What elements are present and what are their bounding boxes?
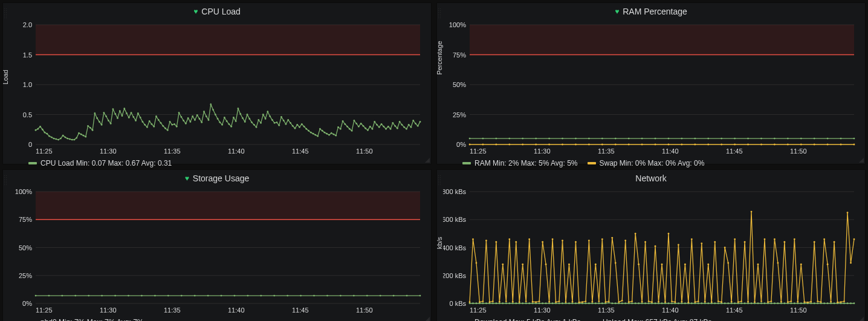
plot-network[interactable]: kb/s 0 kBs200 kBs400 kBs600 kBs800 kBs11… <box>443 188 859 314</box>
svg-point-64 <box>140 117 141 118</box>
svg-point-57 <box>123 108 125 109</box>
svg-point-384 <box>648 302 650 304</box>
svg-point-386 <box>655 302 656 304</box>
svg-point-373 <box>611 302 613 304</box>
svg-point-145 <box>324 132 326 134</box>
svg-point-131 <box>292 125 294 127</box>
svg-text:11:35: 11:35 <box>164 148 181 155</box>
svg-point-221 <box>668 138 670 140</box>
svg-point-167 <box>374 121 375 123</box>
svg-point-493 <box>621 300 623 302</box>
svg-point-434 <box>814 302 815 304</box>
legend-text: RAM Min: 2% Max: 5% Avg: 5% <box>474 159 578 167</box>
svg-point-433 <box>810 302 812 304</box>
svg-point-211 <box>535 138 537 140</box>
svg-point-132 <box>294 128 296 129</box>
svg-point-153 <box>342 120 344 122</box>
svg-point-255 <box>721 144 722 146</box>
svg-point-457 <box>502 264 504 265</box>
svg-point-59 <box>128 117 130 118</box>
drag-handle[interactable] <box>438 8 441 19</box>
resize-handle[interactable] <box>858 157 864 163</box>
svg-point-488 <box>604 301 606 303</box>
panel-cpu[interactable]: ♥ CPU Load Load 00.51.01.52.011:2511:301… <box>2 2 432 164</box>
svg-text:11:35: 11:35 <box>598 306 615 314</box>
panel-title-storage[interactable]: ♥ Storage Usage <box>3 170 431 186</box>
plot-ram[interactable]: Percentage 0%25%50%75%100%11:2511:3011:3… <box>443 21 859 155</box>
svg-point-361 <box>572 302 574 304</box>
svg-point-483 <box>588 240 590 242</box>
panel-title-ram[interactable]: ♥ RAM Percentage <box>437 3 865 19</box>
svg-point-472 <box>552 238 554 240</box>
svg-point-219 <box>641 138 643 140</box>
svg-point-74 <box>162 125 164 127</box>
svg-point-117 <box>260 122 262 124</box>
legend-item[interactable]: Swap Min: 0% Max: 0% Avg: 0% <box>588 159 705 167</box>
svg-point-257 <box>747 144 749 146</box>
drag-handle[interactable] <box>438 175 441 186</box>
legend-item[interactable]: Upload Max: 657 kBs Avg: 87 kBs <box>591 318 712 321</box>
panel-storage[interactable]: ♥ Storage Usage 0%25%50%75%100%11:2511:3… <box>2 169 432 321</box>
svg-point-289 <box>101 295 103 297</box>
svg-point-43 <box>92 129 94 131</box>
svg-text:11:40: 11:40 <box>228 148 245 155</box>
svg-point-28 <box>57 139 59 141</box>
svg-point-357 <box>559 302 560 304</box>
drag-handle[interactable] <box>4 175 7 186</box>
svg-point-212 <box>548 138 550 140</box>
svg-point-301 <box>260 295 262 297</box>
svg-point-38 <box>80 134 82 135</box>
svg-point-447 <box>469 301 471 303</box>
plot-cpu[interactable]: Load 00.51.01.52.011:2511:3011:3511:4011… <box>9 21 425 155</box>
svg-point-508 <box>671 300 673 302</box>
svg-point-541 <box>780 301 782 303</box>
svg-point-513 <box>687 302 689 303</box>
plot-storage[interactable]: 0%25%50%75%100%11:2511:3011:3511:4011:45… <box>9 188 425 314</box>
svg-point-155 <box>346 126 348 128</box>
svg-point-402 <box>707 302 709 304</box>
svg-point-238 <box>495 144 497 146</box>
resize-handle[interactable] <box>424 157 430 163</box>
drag-handle[interactable] <box>4 8 7 19</box>
svg-point-93 <box>206 115 207 117</box>
svg-point-383 <box>644 302 646 304</box>
svg-point-521 <box>714 241 716 243</box>
svg-point-34 <box>71 139 73 141</box>
svg-point-121 <box>269 115 271 117</box>
legend-item[interactable]: CPU Load Min: 0.07 Max: 0.67 Avg: 0.31 <box>28 159 172 167</box>
svg-point-297 <box>207 295 209 297</box>
svg-point-215 <box>588 138 590 140</box>
legend-item[interactable]: Download Max: 5 kBs Avg: 1 kBs <box>462 318 581 321</box>
svg-point-413 <box>744 302 746 304</box>
resize-handle[interactable] <box>424 316 430 321</box>
svg-point-58 <box>126 112 128 114</box>
svg-point-159 <box>355 123 357 125</box>
svg-point-186 <box>417 125 419 127</box>
legend-item[interactable]: nbd0 Min: 7% Max: 7% Avg: 7% <box>28 318 144 321</box>
panel-network[interactable]: Network kb/s 0 kBs200 kBs400 kBs600 kBs8… <box>436 169 866 321</box>
svg-text:0 kBs: 0 kBs <box>449 300 466 307</box>
svg-point-250 <box>655 144 656 146</box>
svg-point-231 <box>800 138 802 140</box>
svg-text:11:45: 11:45 <box>292 306 309 314</box>
svg-text:11:50: 11:50 <box>790 148 807 155</box>
legend-item[interactable]: RAM Min: 2% Max: 5% Avg: 5% <box>462 159 578 167</box>
svg-point-440 <box>834 302 835 304</box>
svg-point-409 <box>731 302 733 304</box>
svg-point-139 <box>310 132 312 134</box>
svg-rect-204 <box>470 25 854 55</box>
svg-point-560 <box>843 300 845 302</box>
svg-point-111 <box>247 114 248 115</box>
resize-handle[interactable] <box>858 316 864 321</box>
panel-title-cpu[interactable]: ♥ CPU Load <box>3 3 431 19</box>
svg-point-252 <box>681 144 682 146</box>
legend-text: CPU Load Min: 0.07 Max: 0.67 Avg: 0.31 <box>40 159 172 167</box>
svg-point-60 <box>131 112 132 114</box>
svg-text:11:45: 11:45 <box>726 306 743 314</box>
svg-point-332 <box>476 302 478 304</box>
panel-title-network[interactable]: Network <box>437 170 865 186</box>
svg-point-235 <box>853 138 855 140</box>
panel-ram[interactable]: ♥ RAM Percentage Percentage 0%25%50%75%1… <box>436 2 866 164</box>
svg-point-524 <box>724 247 726 248</box>
svg-point-94 <box>208 119 210 121</box>
